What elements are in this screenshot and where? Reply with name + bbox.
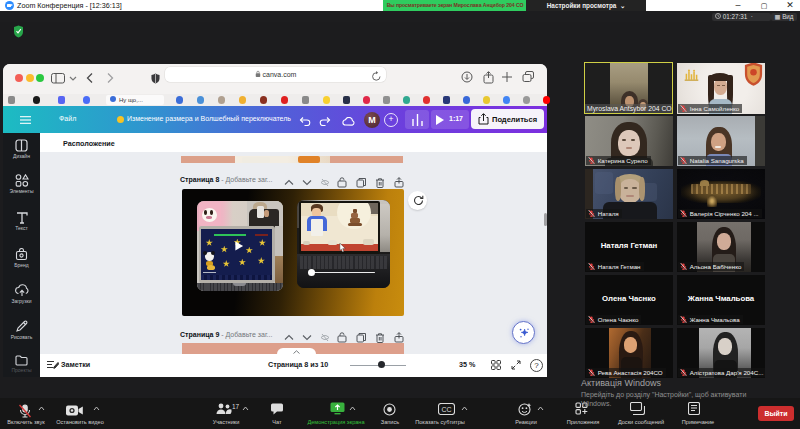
svg-text:CC: CC	[441, 406, 451, 413]
